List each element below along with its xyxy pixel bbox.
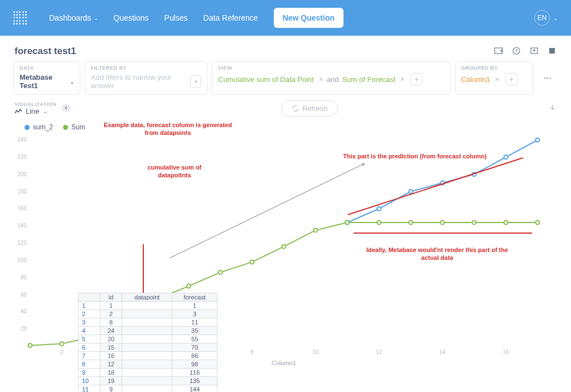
red-line-table bbox=[143, 244, 144, 296]
mode-icon[interactable] bbox=[548, 46, 557, 57]
svg-point-48 bbox=[504, 221, 508, 225]
legend-dot-sum bbox=[63, 125, 68, 130]
download-arrow-icon[interactable] bbox=[549, 104, 557, 113]
add-to-dashboard-icon[interactable] bbox=[494, 46, 503, 57]
svg-text:20: 20 bbox=[21, 326, 27, 332]
svg-text:60: 60 bbox=[21, 292, 27, 298]
visualization-selector[interactable]: Line ⌄ bbox=[14, 107, 56, 115]
add-filter-button[interactable]: + bbox=[190, 75, 201, 88]
gear-icon[interactable] bbox=[62, 104, 70, 114]
view-chip-cumulative: Cumulative sum of Data Point bbox=[218, 75, 314, 84]
remove-chip-icon[interactable]: ✕ bbox=[495, 76, 500, 83]
svg-point-34 bbox=[60, 342, 64, 346]
query-more-icon[interactable]: ••• bbox=[538, 61, 558, 95]
new-question-button[interactable]: New Question bbox=[274, 8, 343, 28]
example-data-table: iddatapointforecast 11122338114243552055… bbox=[78, 293, 217, 392]
annotation-prediction: This part is the prediction (from foreca… bbox=[320, 152, 510, 160]
query-builder: DATA Metabase Test1 ⌄ FILTERED BY Add fi… bbox=[0, 57, 571, 95]
svg-point-32 bbox=[536, 138, 540, 142]
remove-chip-icon[interactable]: ✕ bbox=[318, 76, 323, 83]
svg-text:200: 200 bbox=[17, 171, 27, 177]
svg-text:Column1: Column1 bbox=[272, 360, 296, 366]
svg-point-33 bbox=[28, 343, 32, 347]
svg-text:2: 2 bbox=[60, 349, 64, 355]
svg-text:220: 220 bbox=[17, 154, 27, 160]
svg-point-44 bbox=[377, 221, 381, 225]
svg-line-50 bbox=[170, 163, 365, 258]
arrow-annotation bbox=[170, 163, 370, 258]
svg-text:160: 160 bbox=[17, 205, 27, 211]
top-navigation: Dashboards ⌄ Questions Pulses Data Refer… bbox=[0, 0, 571, 36]
red-line-flat bbox=[354, 233, 532, 234]
chart-legend: sum_2 Sum bbox=[25, 123, 85, 131]
svg-text:240: 240 bbox=[17, 137, 27, 143]
svg-point-46 bbox=[441, 221, 444, 225]
svg-text:8: 8 bbox=[250, 349, 254, 355]
visualization-label: VISUALIZATION bbox=[14, 101, 56, 107]
remove-chip-icon[interactable]: ✕ bbox=[400, 76, 405, 83]
chevron-down-icon: ⌄ bbox=[94, 15, 98, 21]
nav-pulses[interactable]: Pulses bbox=[164, 13, 188, 22]
svg-text:12: 12 bbox=[376, 349, 383, 355]
svg-point-27 bbox=[377, 207, 381, 211]
svg-text:40: 40 bbox=[21, 308, 27, 314]
svg-text:16: 16 bbox=[503, 349, 510, 355]
svg-text:80: 80 bbox=[21, 274, 27, 280]
svg-text:100: 100 bbox=[17, 257, 27, 263]
svg-text:120: 120 bbox=[17, 240, 27, 246]
add-view-button[interactable]: + bbox=[410, 73, 423, 85]
page-title: forecast test1 bbox=[14, 46, 494, 57]
svg-text:14: 14 bbox=[439, 349, 446, 355]
svg-point-39 bbox=[219, 270, 222, 274]
svg-point-38 bbox=[187, 284, 191, 288]
history-icon[interactable] bbox=[512, 46, 521, 57]
view-chip-forecast: Sum of Forecast bbox=[342, 75, 395, 84]
annotation-example: Example data, forecast column is generat… bbox=[104, 121, 232, 137]
svg-point-49 bbox=[536, 221, 540, 225]
legend-dot-sum2 bbox=[25, 125, 30, 130]
group-chip: Column1 bbox=[461, 75, 490, 84]
add-group-button[interactable]: + bbox=[505, 73, 517, 85]
svg-point-45 bbox=[409, 221, 413, 225]
svg-text:180: 180 bbox=[17, 188, 27, 195]
data-segment[interactable]: DATA Metabase Test1 ⌄ bbox=[13, 61, 80, 95]
svg-point-47 bbox=[472, 221, 476, 225]
svg-rect-3 bbox=[549, 48, 555, 54]
filter-segment[interactable]: FILTERED BY Add filters to narrow your a… bbox=[85, 61, 207, 95]
svg-text:10: 10 bbox=[312, 349, 319, 355]
chevron-down-icon[interactable]: ⌄ bbox=[553, 15, 558, 21]
nav-dashboards[interactable]: Dashboards ⌄ bbox=[49, 13, 98, 22]
nav-data-reference[interactable]: Data Reference bbox=[204, 13, 258, 22]
refresh-button[interactable]: Refresh bbox=[281, 100, 338, 117]
chevron-down-icon: ⌄ bbox=[70, 79, 74, 85]
svg-text:140: 140 bbox=[17, 222, 27, 229]
svg-point-40 bbox=[250, 260, 254, 264]
chevron-down-icon: ⌄ bbox=[43, 108, 47, 114]
metabase-logo-icon bbox=[13, 11, 27, 25]
nav-questions[interactable]: Questions bbox=[114, 13, 149, 22]
view-segment[interactable]: VIEW Cumulative sum of Data Point✕ and S… bbox=[212, 61, 451, 95]
annotation-ideally: Ideally, Metabase would'nt render this p… bbox=[365, 246, 510, 262]
download-icon[interactable] bbox=[530, 46, 539, 57]
locale-button[interactable]: EN bbox=[534, 10, 550, 26]
group-segment[interactable]: GROUPED BY Column1✕ + bbox=[455, 61, 533, 95]
svg-point-4 bbox=[65, 107, 67, 109]
